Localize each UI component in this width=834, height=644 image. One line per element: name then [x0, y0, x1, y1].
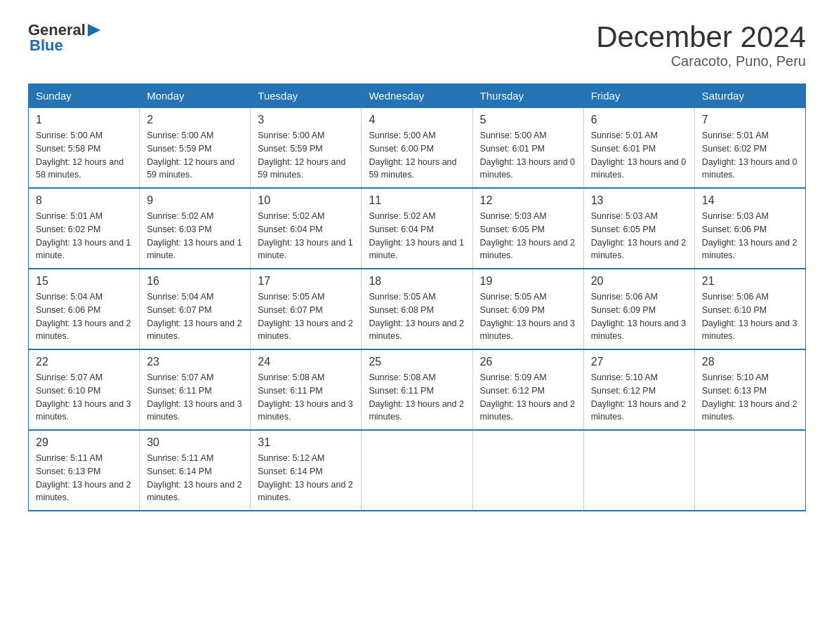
calendar-table: Sunday Monday Tuesday Wednesday Thursday… — [28, 83, 806, 511]
title-block: December 2024 Caracoto, Puno, Peru — [596, 21, 806, 69]
table-row: 6 Sunrise: 5:01 AMSunset: 6:01 PMDayligh… — [583, 108, 694, 189]
table-row: 11 Sunrise: 5:02 AMSunset: 6:04 PMDaylig… — [362, 188, 472, 269]
day-info: Sunrise: 5:01 AMSunset: 6:02 PMDaylight:… — [702, 130, 797, 180]
table-row: 4 Sunrise: 5:00 AMSunset: 6:00 PMDayligh… — [362, 108, 472, 189]
table-row: 18 Sunrise: 5:05 AMSunset: 6:08 PMDaylig… — [362, 269, 472, 349]
day-info: Sunrise: 5:06 AMSunset: 6:10 PMDaylight:… — [702, 292, 797, 341]
table-row: 7 Sunrise: 5:01 AMSunset: 6:02 PMDayligh… — [694, 108, 805, 189]
day-info: Sunrise: 5:02 AMSunset: 6:03 PMDaylight:… — [147, 211, 242, 260]
table-row: 1 Sunrise: 5:00 AMSunset: 5:58 PMDayligh… — [29, 108, 140, 189]
table-row: 8 Sunrise: 5:01 AMSunset: 6:02 PMDayligh… — [29, 188, 140, 269]
day-info: Sunrise: 5:06 AMSunset: 6:09 PMDaylight:… — [591, 292, 687, 341]
day-number: 4 — [369, 114, 465, 126]
day-number: 29 — [36, 436, 132, 449]
day-number: 15 — [36, 275, 132, 288]
calendar-week-row: 8 Sunrise: 5:01 AMSunset: 6:02 PMDayligh… — [29, 188, 806, 269]
calendar-week-row: 22 Sunrise: 5:07 AMSunset: 6:10 PMDaylig… — [29, 349, 806, 430]
day-number: 1 — [36, 114, 132, 126]
col-monday: Monday — [140, 84, 251, 108]
table-row: 26 Sunrise: 5:09 AMSunset: 6:12 PMDaylig… — [472, 349, 583, 430]
day-number: 28 — [702, 356, 798, 368]
day-number: 2 — [147, 114, 243, 126]
table-row: 28 Sunrise: 5:10 AMSunset: 6:13 PMDaylig… — [694, 349, 805, 430]
day-number: 8 — [36, 194, 132, 207]
day-info: Sunrise: 5:07 AMSunset: 6:11 PMDaylight:… — [147, 373, 242, 422]
day-number: 22 — [36, 356, 132, 368]
col-tuesday: Tuesday — [251, 84, 362, 108]
table-row: 22 Sunrise: 5:07 AMSunset: 6:10 PMDaylig… — [29, 349, 140, 430]
calendar-week-row: 15 Sunrise: 5:04 AMSunset: 6:06 PMDaylig… — [29, 269, 806, 349]
table-row: 25 Sunrise: 5:08 AMSunset: 6:11 PMDaylig… — [362, 349, 472, 430]
table-row: 9 Sunrise: 5:02 AMSunset: 6:03 PMDayligh… — [140, 188, 251, 269]
page-header: General Blue December 2024 Caracoto, Pun… — [28, 21, 806, 69]
day-info: Sunrise: 5:10 AMSunset: 6:13 PMDaylight:… — [702, 373, 797, 422]
day-number: 12 — [480, 194, 576, 207]
day-info: Sunrise: 5:04 AMSunset: 6:06 PMDaylight:… — [36, 292, 131, 341]
table-row — [583, 430, 694, 511]
day-info: Sunrise: 5:03 AMSunset: 6:06 PMDaylight:… — [702, 211, 797, 260]
table-row: 21 Sunrise: 5:06 AMSunset: 6:10 PMDaylig… — [694, 269, 805, 349]
logo-arrow-icon — [88, 22, 100, 38]
day-info: Sunrise: 5:01 AMSunset: 6:02 PMDaylight:… — [36, 211, 131, 260]
day-info: Sunrise: 5:11 AMSunset: 6:13 PMDaylight:… — [36, 453, 131, 502]
table-row — [362, 430, 472, 511]
day-info: Sunrise: 5:01 AMSunset: 6:01 PMDaylight:… — [591, 130, 687, 180]
calendar-header-row: Sunday Monday Tuesday Wednesday Thursday… — [29, 84, 806, 108]
day-info: Sunrise: 5:07 AMSunset: 6:10 PMDaylight:… — [36, 373, 131, 422]
day-number: 30 — [147, 436, 243, 449]
day-number: 6 — [591, 114, 687, 126]
table-row: 10 Sunrise: 5:02 AMSunset: 6:04 PMDaylig… — [251, 188, 362, 269]
day-number: 14 — [702, 194, 798, 207]
day-number: 18 — [369, 275, 465, 288]
day-number: 7 — [702, 114, 798, 126]
table-row: 20 Sunrise: 5:06 AMSunset: 6:09 PMDaylig… — [583, 269, 694, 349]
col-friday: Friday — [583, 84, 694, 108]
table-row: 23 Sunrise: 5:07 AMSunset: 6:11 PMDaylig… — [140, 349, 251, 430]
day-info: Sunrise: 5:00 AMSunset: 6:01 PMDaylight:… — [480, 130, 576, 180]
table-row: 15 Sunrise: 5:04 AMSunset: 6:06 PMDaylig… — [29, 269, 140, 349]
day-info: Sunrise: 5:02 AMSunset: 6:04 PMDaylight:… — [258, 211, 353, 260]
day-number: 20 — [591, 275, 687, 288]
day-info: Sunrise: 5:00 AMSunset: 5:59 PMDaylight:… — [147, 130, 234, 180]
table-row: 5 Sunrise: 5:00 AMSunset: 6:01 PMDayligh… — [472, 108, 583, 189]
col-thursday: Thursday — [472, 84, 583, 108]
col-wednesday: Wednesday — [362, 84, 472, 108]
day-info: Sunrise: 5:08 AMSunset: 6:11 PMDaylight:… — [369, 373, 464, 422]
day-number: 13 — [591, 194, 687, 207]
col-sunday: Sunday — [29, 84, 140, 108]
table-row: 31 Sunrise: 5:12 AMSunset: 6:14 PMDaylig… — [251, 430, 362, 511]
table-row: 14 Sunrise: 5:03 AMSunset: 6:06 PMDaylig… — [694, 188, 805, 269]
table-row: 16 Sunrise: 5:04 AMSunset: 6:07 PMDaylig… — [140, 269, 251, 349]
day-number: 9 — [147, 194, 243, 207]
table-row: 3 Sunrise: 5:00 AMSunset: 5:59 PMDayligh… — [251, 108, 362, 189]
table-row: 27 Sunrise: 5:10 AMSunset: 6:12 PMDaylig… — [583, 349, 694, 430]
day-info: Sunrise: 5:03 AMSunset: 6:05 PMDaylight:… — [591, 211, 687, 260]
day-number: 25 — [369, 356, 465, 368]
day-info: Sunrise: 5:00 AMSunset: 6:00 PMDaylight:… — [369, 130, 456, 180]
day-info: Sunrise: 5:02 AMSunset: 6:04 PMDaylight:… — [369, 211, 464, 260]
table-row: 13 Sunrise: 5:03 AMSunset: 6:05 PMDaylig… — [583, 188, 694, 269]
day-info: Sunrise: 5:05 AMSunset: 6:07 PMDaylight:… — [258, 292, 353, 341]
day-info: Sunrise: 5:09 AMSunset: 6:12 PMDaylight:… — [480, 373, 576, 422]
table-row: 30 Sunrise: 5:11 AMSunset: 6:14 PMDaylig… — [140, 430, 251, 511]
day-number: 21 — [702, 275, 798, 288]
table-row: 2 Sunrise: 5:00 AMSunset: 5:59 PMDayligh… — [140, 108, 251, 189]
day-number: 23 — [147, 356, 243, 368]
logo: General Blue — [28, 21, 100, 55]
logo-blue-text: Blue — [29, 36, 63, 55]
day-number: 24 — [258, 356, 354, 368]
calendar-week-row: 1 Sunrise: 5:00 AMSunset: 5:58 PMDayligh… — [29, 108, 806, 189]
day-number: 19 — [480, 275, 576, 288]
table-row — [694, 430, 805, 511]
day-number: 3 — [258, 114, 354, 126]
table-row: 19 Sunrise: 5:05 AMSunset: 6:09 PMDaylig… — [472, 269, 583, 349]
table-row: 17 Sunrise: 5:05 AMSunset: 6:07 PMDaylig… — [251, 269, 362, 349]
page-subtitle: Caracoto, Puno, Peru — [596, 53, 806, 69]
day-number: 26 — [480, 356, 576, 368]
day-info: Sunrise: 5:04 AMSunset: 6:07 PMDaylight:… — [147, 292, 242, 341]
page-title: December 2024 — [596, 21, 806, 53]
table-row: 24 Sunrise: 5:08 AMSunset: 6:11 PMDaylig… — [251, 349, 362, 430]
col-saturday: Saturday — [694, 84, 805, 108]
day-number: 11 — [369, 194, 465, 207]
table-row: 12 Sunrise: 5:03 AMSunset: 6:05 PMDaylig… — [472, 188, 583, 269]
